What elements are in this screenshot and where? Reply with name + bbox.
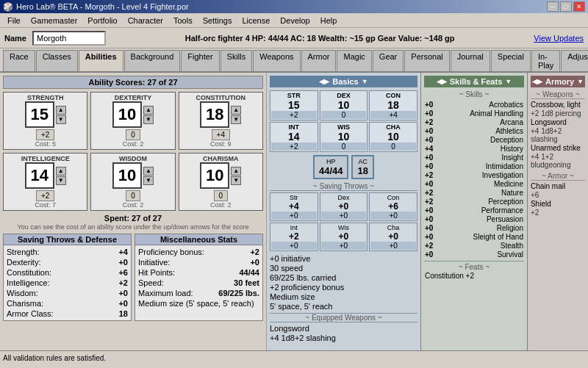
menu-develop[interactable]: Develop [276, 15, 314, 26]
throw-bonus: +0 [321, 242, 367, 250]
throw-bonus: +0 [321, 212, 367, 220]
ability-score: 10 [112, 162, 142, 189]
name-bar: Name Half-orc fighter 4 HP: 44/44 AC: 18… [0, 28, 588, 48]
maximize-button[interactable]: □ [560, 1, 572, 12]
minimize-button[interactable]: ─ [547, 1, 559, 12]
misc-stat-label: Speed: [138, 278, 164, 287]
tab-background[interactable]: Background [124, 50, 181, 71]
menu-character[interactable]: Character [123, 15, 168, 26]
throw-val: +2 [271, 231, 317, 242]
skill-bonus: +2 [425, 189, 440, 197]
feats-subheader: ~ Feats ~ [424, 261, 524, 271]
ability-score: 10 [200, 162, 229, 189]
skill-name: Arcana [500, 118, 523, 126]
tab-gear[interactable]: Gear [373, 50, 404, 71]
throw-box-int: Int +2 +0 [270, 223, 318, 251]
bottom-panels: Saving Throws & Defense Strength:+4Dexte… [3, 234, 263, 321]
ability-up-btn[interactable]: ▲ [231, 106, 241, 115]
armory-armor-header: ~ Armor ~ [531, 172, 585, 181]
tab-skills[interactable]: Skills [220, 50, 253, 71]
hp-box: HP 44/44 [313, 155, 349, 179]
throw-abbr: Cha [370, 224, 416, 231]
basics-expand-icon[interactable]: ◀▶ [319, 78, 329, 85]
tab-magic[interactable]: Magic [337, 50, 371, 71]
save-row: Wisdom:+0 [7, 288, 128, 298]
throw-val: +6 [370, 201, 416, 212]
saving-throws-section: ~ Saving Throws ~ Str +4 +0 Dex +0 +0 Co… [270, 182, 417, 251]
attr-abbr: CON [370, 92, 416, 99]
skill-row: +2Arcana [424, 118, 524, 126]
ability-down-btn[interactable]: ▼ [231, 115, 241, 124]
content-area: Ability Scores: 27 of 27 STRENGTH 15 ▲ ▼… [0, 71, 588, 350]
equipped-weapon: +4 1d8+2 slashing [270, 333, 417, 342]
ability-down-btn[interactable]: ▼ [56, 176, 66, 185]
save-label: Armor Class: [7, 309, 54, 318]
ability-down-btn[interactable]: ▼ [56, 115, 66, 124]
armory-expand-icon[interactable]: ◀▶ [532, 78, 542, 85]
ability-down-btn[interactable]: ▼ [143, 115, 154, 124]
saves-header: Saving Throws & Defense [4, 234, 131, 245]
attr-box-int: INT 14 +2 [270, 122, 318, 152]
ability-up-btn[interactable]: ▲ [231, 167, 241, 176]
misc-header: Miscellaneous Stats [135, 234, 262, 245]
skill-bonus: +0 [425, 224, 440, 232]
throw-bonus: +0 [271, 242, 317, 250]
save-row: Strength:+4 [7, 247, 128, 257]
basics-stat: 69/225 lbs. carried [270, 273, 417, 282]
tab-in-play[interactable]: In-Play [531, 50, 560, 71]
tab-fighter[interactable]: Fighter [181, 50, 219, 71]
save-value: +2 [118, 278, 128, 287]
tab-weapons[interactable]: Weapons [253, 50, 300, 71]
tab-journal[interactable]: Journal [451, 50, 490, 71]
ability-down-btn[interactable]: ▼ [231, 176, 241, 185]
ability-up-btn[interactable]: ▲ [56, 106, 66, 115]
tab-classes[interactable]: Classes [36, 50, 78, 71]
ability-up-btn[interactable]: ▲ [56, 167, 66, 176]
skill-name: Intimidation [486, 162, 523, 170]
save-value: +0 [118, 289, 128, 297]
ability-mod: 0 [126, 129, 140, 140]
ability-up-btn[interactable]: ▲ [143, 167, 154, 176]
armory-collapse-icon[interactable]: ▼ [577, 78, 584, 85]
menu-license[interactable]: License [237, 15, 274, 26]
close-button[interactable]: ✕ [573, 1, 585, 12]
skill-row: +0Sleight of Hand [424, 232, 524, 241]
menu-tools[interactable]: Tools [169, 15, 197, 26]
menu-file[interactable]: File [3, 15, 25, 26]
tab-adjustments[interactable]: Adjustments [561, 50, 588, 71]
armory-weapon-item: Unarmed strike+4 1+2 bludgeoning [531, 144, 585, 169]
skill-row: +2Stealth [424, 241, 524, 250]
attr-box-cha: CHA 10 0 [369, 122, 417, 152]
tab-personal[interactable]: Personal [404, 50, 449, 71]
skill-name: History [501, 145, 523, 153]
weapon-bonus: +4 1+2 bludgeoning [531, 153, 585, 169]
ability-box-strength: STRENGTH 15 ▲ ▼ +2 Cost: 5 [3, 92, 87, 150]
armory-armor-item: Shield+2 [531, 200, 585, 217]
tab-armor[interactable]: Armor [301, 50, 337, 71]
skill-row: +0Religion [424, 223, 524, 232]
menu-settings[interactable]: Settings [198, 15, 237, 26]
armory-weapons-list: Crossbow, light+2 1d8 piercingLongsword+… [531, 101, 585, 169]
attr-abbr: CHA [370, 123, 416, 131]
attr-val: 14 [271, 131, 317, 142]
tab-abilities[interactable]: Abilities [79, 50, 123, 71]
name-input[interactable] [32, 31, 106, 46]
skills-expand-icon[interactable]: ◀▶ [437, 78, 447, 85]
attr-abbr: STR [271, 92, 317, 99]
view-updates-link[interactable]: View Updates [534, 34, 584, 43]
menu-portfolio[interactable]: Portfolio [83, 15, 121, 26]
menu-gamemaster[interactable]: Gamemaster [26, 15, 82, 26]
basics-collapse-icon[interactable]: ▼ [362, 78, 368, 85]
basics-panel: ◀▶ Basics ▼ STR 15 +2 DEX 10 0 CON 18 +4… [267, 73, 421, 350]
skill-row: +2Perception [424, 197, 524, 206]
tab-race[interactable]: Race [3, 50, 35, 71]
tab-special[interactable]: Special [491, 50, 531, 71]
misc-stat-label: Medium size (5' space, 5' reach) [138, 299, 254, 308]
ability-up-btn[interactable]: ▲ [143, 106, 154, 115]
skill-name: Persuasion [487, 215, 523, 223]
save-row: Dexterity:+0 [7, 257, 128, 267]
menu-help[interactable]: Help [316, 15, 342, 26]
skills-collapse-icon[interactable]: ▼ [505, 78, 512, 85]
misc-stat-value: 44/44 [239, 268, 259, 277]
ability-down-btn[interactable]: ▼ [143, 176, 154, 185]
